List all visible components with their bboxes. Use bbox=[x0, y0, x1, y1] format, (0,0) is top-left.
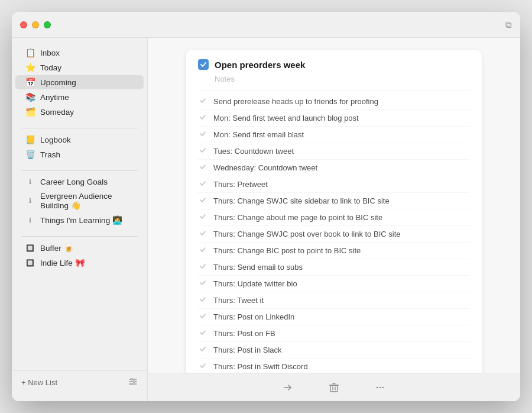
subtask-item[interactable]: Thurs: Post in Slack bbox=[198, 342, 470, 359]
subtask-text: Wednesday: Countdown tweet bbox=[213, 163, 317, 172]
sidebar-label-upcoming: Upcoming bbox=[40, 78, 76, 87]
subtask-text: Mon: Send first tweet and launch blog po… bbox=[213, 114, 359, 122]
sidebar-divider-1 bbox=[21, 128, 138, 128]
subtask-text: Thurs: Change SWJC post over book to lin… bbox=[213, 230, 400, 238]
subtask-text: Thurs: Post on LinkedIn bbox=[213, 312, 294, 321]
delete-button[interactable] bbox=[329, 382, 339, 393]
sidebar-item-evergreen[interactable]: ℹ Evergreen Audience Building 👋 bbox=[15, 189, 144, 212]
subtask-text: Thurs: Tweet it bbox=[213, 296, 264, 305]
task-divider bbox=[198, 91, 470, 91]
sidebar-item-logbook[interactable]: 📒 Logbook bbox=[15, 133, 144, 147]
sidebar-item-anytime[interactable]: 📚 Anytime bbox=[15, 90, 144, 104]
subtask-text: Thurs: Post in Swift Discord bbox=[213, 362, 308, 371]
subtask-item[interactable]: Thurs: Send email to subs bbox=[198, 259, 470, 276]
sidebar-primary-section: 📋 Inbox ⭐ Today 📅 Upcoming 📚 Anytime 🗂️ bbox=[12, 45, 147, 120]
subtask-item[interactable]: Send prerelease heads up to friends for … bbox=[198, 93, 470, 110]
subtask-item[interactable]: Thurs: Post on LinkedIn bbox=[198, 309, 470, 325]
sidebar-footer: + New List bbox=[12, 370, 147, 394]
sidebar-divider-3 bbox=[21, 236, 138, 237]
svg-point-20 bbox=[382, 386, 384, 388]
subtask-item[interactable]: Thurs: Pretweet bbox=[198, 176, 470, 193]
svg-point-4 bbox=[134, 381, 135, 383]
content-area: Open preorders week Notes Send prereleas… bbox=[148, 38, 520, 401]
subtask-item[interactable]: Thurs: Post on FB bbox=[198, 325, 470, 342]
sidebar-label-someday: Someday bbox=[40, 108, 74, 117]
sidebar-item-indie[interactable]: 🔲 Indie Life 🎀 bbox=[15, 256, 144, 270]
sidebar: 📋 Inbox ⭐ Today 📅 Upcoming 📚 Anytime 🗂️ bbox=[12, 38, 148, 401]
subtask-check-icon bbox=[198, 97, 207, 106]
sidebar-divider-2 bbox=[21, 170, 138, 171]
subtask-check-icon bbox=[198, 346, 207, 354]
someday-icon: 🗂️ bbox=[25, 107, 35, 117]
new-list-label: + New List bbox=[21, 378, 57, 387]
subtask-check-icon bbox=[198, 230, 207, 238]
subtask-item[interactable]: Wednesday: Countdown tweet bbox=[198, 160, 470, 176]
sidebar-item-buffer[interactable]: 🔲 Buffer 🍺 bbox=[15, 241, 144, 255]
move-button[interactable] bbox=[283, 382, 293, 393]
sidebar-item-someday[interactable]: 🗂️ Someday bbox=[15, 105, 144, 119]
maximize-button[interactable] bbox=[44, 21, 51, 28]
subtask-item[interactable]: Thurs: Change about me page to point to … bbox=[198, 209, 470, 226]
inbox-icon: 📋 bbox=[25, 48, 35, 57]
window-menu-icon[interactable]: ⧉ bbox=[505, 20, 512, 30]
subtasks-list: Send prerelease heads up to friends for … bbox=[198, 93, 470, 373]
subtask-check-icon bbox=[198, 246, 207, 255]
subtask-check-icon bbox=[198, 130, 207, 139]
indie-icon: 🔲 bbox=[25, 259, 35, 267]
today-icon: ⭐ bbox=[25, 63, 35, 72]
minimize-button[interactable] bbox=[32, 21, 39, 28]
sidebar-item-trash[interactable]: 🗑️ Trash bbox=[15, 147, 144, 162]
sidebar-label-buffer: Buffer 🍺 bbox=[40, 243, 74, 253]
sidebar-label-evergreen: Evergreen Audience Building 👋 bbox=[40, 192, 134, 210]
subtask-text: Tues: Countdown tweet bbox=[213, 147, 294, 156]
subtask-check-icon bbox=[198, 279, 207, 288]
sidebar-item-inbox[interactable]: 📋 Inbox bbox=[15, 46, 144, 60]
content-main: Open preorders week Notes Send prereleas… bbox=[148, 38, 520, 373]
subtask-check-icon bbox=[198, 213, 207, 222]
trash-icon: 🗑️ bbox=[25, 150, 35, 159]
logbook-icon: 📒 bbox=[25, 135, 35, 144]
subtask-item[interactable]: Mon: Send first email blast bbox=[198, 127, 470, 143]
subtask-check-icon bbox=[198, 163, 207, 172]
subtask-item[interactable]: Thurs: Post in Swift Discord bbox=[198, 359, 470, 373]
subtask-check-icon bbox=[198, 296, 207, 305]
subtask-item[interactable]: Thurs: Tweet it bbox=[198, 292, 470, 309]
sidebar-lists-section: ℹ Career Long Goals ℹ Evergreen Audience… bbox=[12, 175, 147, 228]
subtask-check-icon bbox=[198, 147, 207, 156]
task-checkbox[interactable] bbox=[198, 59, 209, 70]
upcoming-icon: 📅 bbox=[25, 78, 35, 87]
close-button[interactable] bbox=[20, 21, 27, 28]
subtask-item[interactable]: Mon: Send first tweet and launch blog po… bbox=[198, 110, 470, 127]
sidebar-item-learning[interactable]: ℹ Things I'm Learning 🧑‍💻 bbox=[15, 213, 144, 227]
svg-point-19 bbox=[379, 386, 381, 388]
subtask-item[interactable]: Thurs: Change SWJC post over book to lin… bbox=[198, 226, 470, 243]
subtask-check-icon bbox=[198, 114, 207, 122]
sidebar-projects-section: 🔲 Buffer 🍺 🔲 Indie Life 🎀 bbox=[12, 240, 147, 270]
sidebar-item-today[interactable]: ⭐ Today bbox=[15, 60, 144, 75]
subtask-text: Thurs: Change SWJC site sidebar to link … bbox=[213, 196, 390, 205]
anytime-icon: 📚 bbox=[25, 92, 35, 102]
sidebar-item-upcoming[interactable]: 📅 Upcoming bbox=[15, 75, 144, 89]
sidebar-item-career[interactable]: ℹ Career Long Goals bbox=[15, 175, 144, 189]
subtask-check-icon bbox=[198, 196, 207, 205]
task-card: Open preorders week Notes Send prereleas… bbox=[186, 50, 482, 373]
task-header: Open preorders week bbox=[198, 59, 470, 70]
subtask-check-icon bbox=[198, 263, 207, 272]
svg-point-5 bbox=[131, 383, 132, 385]
evergreen-icon: ℹ bbox=[25, 197, 35, 205]
sidebar-secondary-section: 📒 Logbook 🗑️ Trash bbox=[12, 132, 147, 162]
subtask-check-icon bbox=[198, 362, 207, 371]
new-list-button[interactable]: + New List bbox=[21, 378, 57, 387]
sidebar-label-trash: Trash bbox=[40, 150, 60, 159]
subtask-item[interactable]: Thurs: Update twitter bio bbox=[198, 276, 470, 292]
titlebar: ⧉ bbox=[12, 12, 520, 38]
main-content: 📋 Inbox ⭐ Today 📅 Upcoming 📚 Anytime 🗂️ bbox=[12, 38, 520, 401]
subtask-text: Thurs: Change BIC post to point to BIC s… bbox=[213, 246, 361, 255]
subtask-check-icon bbox=[198, 329, 207, 338]
subtask-item[interactable]: Thurs: Change BIC post to point to BIC s… bbox=[198, 243, 470, 259]
more-button[interactable] bbox=[375, 382, 385, 393]
subtask-item[interactable]: Tues: Countdown tweet bbox=[198, 143, 470, 160]
settings-icon[interactable] bbox=[128, 377, 138, 388]
subtask-item[interactable]: Thurs: Change SWJC site sidebar to link … bbox=[198, 193, 470, 209]
task-notes-placeholder[interactable]: Notes bbox=[198, 75, 470, 83]
